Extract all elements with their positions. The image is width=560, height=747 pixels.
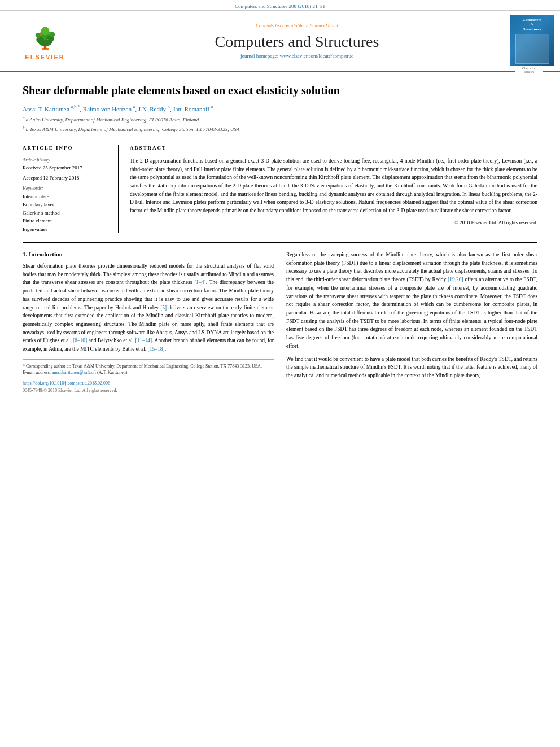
keywords-list: Interior plate Boundary layer Galerkin's… bbox=[23, 193, 110, 233]
sciencedirect-name[interactable]: ScienceDirect bbox=[310, 23, 338, 28]
title-divider bbox=[23, 139, 537, 139]
article-info-abstract-row: Article Info Article history: Received 2… bbox=[23, 145, 537, 233]
author-hertzen-sup: a bbox=[133, 104, 135, 110]
journal-homepage: journal homepage: www.elsevier.com/locat… bbox=[240, 53, 353, 59]
svg-point-9 bbox=[40, 33, 42, 35]
intro-para-3: We find that it would be convenient to h… bbox=[286, 355, 537, 380]
ref-11-14[interactable]: [11–14] bbox=[135, 338, 152, 343]
keywords-label: Keywords: bbox=[23, 185, 110, 191]
ref-1-4[interactable]: [1–4] bbox=[194, 279, 206, 285]
doi-link[interactable]: https://doi.org/10.1016/j.compstruc.2018… bbox=[23, 380, 274, 387]
journal-name: Computers and Structures bbox=[215, 33, 379, 51]
issn-copyright: 0045-7949/© 2018 Elsevier Ltd. All right… bbox=[23, 387, 274, 395]
sciencedirect-link: Contents lists available at ScienceDirec… bbox=[256, 23, 338, 28]
section1-title: 1. Introduction bbox=[23, 251, 274, 257]
journal-thumbnail-area: Computers&Structures bbox=[504, 11, 560, 71]
right-column: Regardless of the sweeping success of th… bbox=[286, 251, 537, 395]
keyword-3: Galerkin's method bbox=[23, 209, 110, 217]
paper-title: Shear deformable plate elements based on… bbox=[23, 83, 537, 98]
thumbnail-image bbox=[515, 34, 549, 64]
footnote-corresponding: * Corresponding author at: Texas A&M Uni… bbox=[23, 363, 274, 369]
svg-point-12 bbox=[42, 37, 43, 38]
abstract-header: Abstract bbox=[130, 145, 537, 152]
elsevier-tree-icon bbox=[28, 21, 62, 53]
author-karttunen: Anssi T. Karttunen bbox=[23, 106, 69, 112]
left-column: 1. Introduction Shear deformation plate … bbox=[23, 251, 274, 395]
journal-thumbnail: Computers&Structures bbox=[510, 15, 554, 66]
body-text-col1: Shear deformation plate theories provide… bbox=[23, 262, 274, 353]
affiliation-b: b b Texas A&M University, Department of … bbox=[23, 125, 537, 133]
elsevier-text: ELSEVIER bbox=[25, 54, 64, 60]
intro-para-1: Shear deformation plate theories provide… bbox=[23, 262, 274, 353]
keyword-5: Eigenvalues bbox=[23, 225, 110, 233]
svg-point-11 bbox=[44, 28, 46, 29]
footnote-area: * Corresponding author at: Texas A&M Uni… bbox=[23, 359, 274, 375]
svg-point-8 bbox=[49, 32, 55, 37]
journal-header: ELSEVIER Contents lists available at Sci… bbox=[0, 11, 560, 72]
ref-15-18[interactable]: [15–18] bbox=[148, 346, 165, 352]
journal-info-center: Contents lists available at ScienceDirec… bbox=[90, 11, 504, 71]
ref-6-10[interactable]: [6–10] bbox=[73, 338, 87, 343]
author-romanoff-sup: a bbox=[211, 104, 213, 110]
history-label: Article history: bbox=[23, 157, 110, 163]
author-romanoff: Jani Romanoff bbox=[173, 106, 209, 112]
copyright-notice: © 2018 Elsevier Ltd. All rights reserved… bbox=[130, 220, 537, 225]
elsevier-logo: ELSEVIER bbox=[25, 21, 64, 60]
two-column-layout: 1. Introduction Shear deformation plate … bbox=[23, 251, 537, 395]
journal-top-bar: Computers and Structures 200 (2018) 21–3… bbox=[0, 0, 560, 11]
authors-line: Anssi T. Karttunen a,b,*, Raimo von Hert… bbox=[23, 104, 537, 112]
body-text-col2: Regardless of the sweeping success of th… bbox=[286, 251, 537, 380]
svg-point-13 bbox=[47, 38, 48, 40]
article-info-header: Article Info bbox=[23, 145, 110, 152]
svg-point-7 bbox=[35, 33, 41, 38]
ref-19-20[interactable]: [19,20] bbox=[448, 277, 463, 282]
paper-content: ✓ Check forupdates Shear deformable plat… bbox=[0, 72, 560, 406]
keyword-1: Interior plate bbox=[23, 193, 110, 200]
doi-area: https://doi.org/10.1016/j.compstruc.2018… bbox=[23, 380, 274, 395]
abstract-text: The 2-D approximation functions based on… bbox=[130, 157, 537, 215]
email-link[interactable]: anssi.karttunen@aalto.fi bbox=[52, 370, 96, 375]
author-reddy-sup: b bbox=[168, 104, 170, 110]
publisher-logo-area: ELSEVIER bbox=[0, 11, 90, 71]
ref-5[interactable]: [5] bbox=[160, 305, 167, 311]
svg-point-10 bbox=[49, 33, 50, 34]
thumbnail-title: Computers&Structures bbox=[523, 18, 541, 32]
footnote-email: E-mail address: anssi.karttunen@aalto.fi… bbox=[23, 369, 274, 375]
body-section: 1. Introduction Shear deformation plate … bbox=[23, 242, 537, 395]
author-hertzen: Raimo von Hertzen bbox=[83, 106, 132, 112]
article-info-panel: Article Info Article history: Received 2… bbox=[23, 145, 119, 233]
abstract-panel: Abstract The 2-D approximation functions… bbox=[130, 145, 537, 233]
intro-para-2: Regardless of the sweeping success of th… bbox=[286, 251, 537, 351]
author-reddy: J.N. Reddy bbox=[138, 106, 166, 112]
accepted-date: Accepted 12 February 2018 bbox=[23, 174, 110, 182]
affiliation-a: a a Aalto University, Department of Mech… bbox=[23, 116, 537, 124]
keyword-4: Finite element bbox=[23, 217, 110, 225]
author-karttunen-sup: a,b,* bbox=[71, 104, 80, 110]
received-date: Received 25 September 2017 bbox=[23, 164, 110, 172]
keyword-2: Boundary layer bbox=[23, 200, 110, 208]
journal-citation: Computers and Structures 200 (2018) 21–3… bbox=[235, 3, 325, 9]
